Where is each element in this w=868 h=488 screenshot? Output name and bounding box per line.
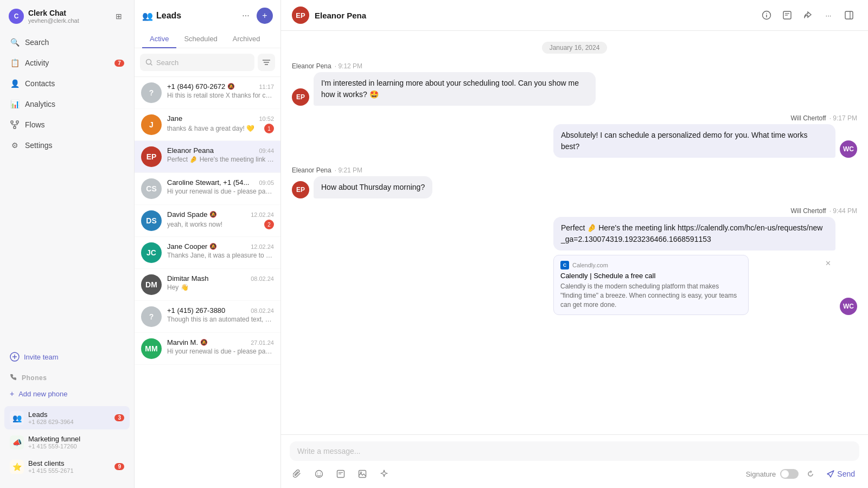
invite-team-item[interactable]: Invite team	[4, 347, 130, 367]
contact-item-c8[interactable]: ? +1 (415) 267-3880 08.02.24 Though this…	[135, 301, 280, 333]
date-divider: January 16, 2024	[292, 42, 857, 54]
add-phone-button[interactable]: + Add new phone	[4, 386, 130, 402]
contact-preview: thanks & have a great day! 💛	[167, 125, 262, 132]
message-avatar: EP	[292, 88, 309, 106]
contact-avatar: J	[141, 114, 162, 135]
add-button[interactable]: +	[257, 8, 273, 24]
app-title: Clerk Chat	[28, 9, 79, 17]
contact-info: David Spade 🔕 12.02.24 yeah, it works no…	[167, 210, 274, 229]
emoji-button[interactable]	[311, 466, 327, 481]
mute-icon: 🔕	[209, 211, 217, 218]
sidebar-item-search[interactable]: 🔍 Search	[4, 33, 130, 52]
link-preview-logo: C	[560, 261, 569, 269]
ai-button[interactable]	[376, 466, 392, 481]
contact-avatar: MM	[141, 338, 162, 359]
svg-rect-2	[14, 126, 16, 129]
list-item-marketing[interactable]: 📣 Marketing funnel +1 415 559-17260	[4, 431, 130, 454]
message-row-m4: Will Chertoff · 9:44 PM WC Perfect 🤌 Her…	[292, 207, 857, 315]
sidebar-item-flows[interactable]: Flows	[4, 115, 130, 134]
contact-item-c3[interactable]: EP Eleanor Peana 09:44 Perfect 🤌 Here's …	[135, 141, 280, 173]
svg-point-18	[766, 13, 767, 14]
leads-badge: 3	[114, 414, 124, 421]
contact-preview: Thanks Jane, it was a pleasure to speak …	[167, 252, 274, 259]
contact-time: 11:17	[259, 84, 274, 90]
contact-time: 09:44	[259, 147, 274, 154]
svg-rect-22	[845, 11, 853, 19]
more-options-button[interactable]: ···	[238, 8, 253, 23]
list-item-marketing-info: Marketing funnel +1 415 559-17260	[28, 435, 124, 450]
analytics-icon: 📊	[10, 99, 20, 109]
list-item-best-clients-info: Best clients +1 415 555-2671	[28, 459, 110, 474]
signature-label: Signature	[746, 470, 776, 478]
contact-item-c7[interactable]: DM Dimitar Mash 08.02.24 Hey 👋	[135, 269, 280, 301]
sidebar-toggle-button[interactable]	[841, 7, 857, 23]
unread-badge: 2	[264, 220, 274, 229]
link-preview-title: Calendly | Schedule a free call	[560, 272, 742, 280]
sidebar-item-activity[interactable]: 📋 Activity 7	[4, 53, 130, 73]
message-bubble: Perfect 🤌 Here's the meeting link https:…	[553, 217, 835, 251]
contact-name: David Spade 🔕	[167, 210, 217, 219]
sidebar-item-label: Analytics	[25, 100, 124, 108]
search-input[interactable]	[156, 59, 249, 67]
refresh-button[interactable]	[803, 466, 818, 481]
sidebar-item-label: Settings	[25, 141, 124, 150]
more-options-chat-button[interactable]: ···	[820, 7, 837, 23]
contact-info: +1 (844) 670-2672 🔕 11:17 Hi this is ret…	[167, 82, 274, 99]
tab-archived[interactable]: Archived	[225, 30, 268, 48]
media-button[interactable]	[355, 466, 370, 481]
send-label: Send	[837, 470, 855, 478]
list-item-leads[interactable]: 👥 Leads +1 628 629-3964 3	[4, 406, 130, 429]
attachment-button[interactable]	[290, 466, 305, 481]
contact-name: Marvin M. 🔕	[167, 338, 208, 346]
contact-avatar: DM	[141, 274, 162, 295]
filter-button[interactable]	[258, 54, 275, 71]
send-button[interactable]: Send	[822, 467, 859, 480]
template-insert-button[interactable]	[333, 466, 348, 481]
contact-avatar: CS	[141, 178, 162, 199]
contact-item-c5[interactable]: DS David Spade 🔕 12.02.24 yeah, it works…	[135, 205, 280, 237]
signature-toggle[interactable]	[780, 469, 799, 479]
message-sender: Eleanor Pena	[292, 166, 331, 174]
message-time: · 9:44 PM	[829, 207, 857, 215]
sidebar-nav: 🔍 Search 📋 Activity 7 👤 Contacts 📊 Analy…	[0, 33, 134, 346]
chat-panel: EP Eleanor Pena ··· January 16, 2024	[281, 0, 868, 488]
message-sender: Will Chertoff	[791, 114, 826, 122]
contact-item-c6[interactable]: JC Jane Cooper 🔕 12.02.24 Thanks Jane, i…	[135, 237, 280, 269]
contact-item-c4[interactable]: CS Caroline Stewart, +1 (54... 09:05 Hi …	[135, 173, 280, 205]
sidebar-item-analytics[interactable]: 📊 Analytics	[4, 94, 130, 114]
date-label: January 16, 2024	[542, 42, 608, 54]
tab-active[interactable]: Active	[142, 30, 176, 48]
contact-time: 12.02.24	[251, 243, 274, 250]
close-preview-button[interactable]: ✕	[825, 259, 831, 267]
middle-search-area	[135, 48, 280, 77]
contact-item-c1[interactable]: ? +1 (844) 670-2672 🔕 11:17 Hi this is r…	[135, 77, 280, 109]
contact-info: Jane Cooper 🔕 12.02.24 Thanks Jane, it w…	[167, 242, 274, 259]
contact-info: +1 (415) 267-3880 08.02.24 Though this i…	[167, 306, 274, 323]
app-logo-icon: C	[9, 9, 24, 24]
contact-preview: Hi this is retail store X thanks for con…	[167, 92, 274, 99]
message-sender: Will Chertoff	[791, 207, 826, 215]
contact-item-c2[interactable]: J Jane 10:52 thanks & have a great day! …	[135, 109, 280, 141]
app-subtitle: yevhen@clerk.chat	[28, 17, 79, 24]
settings-icon: ⚙	[10, 140, 20, 150]
contact-avatar: EP	[141, 146, 162, 167]
sidebar-item-settings[interactable]: ⚙ Settings	[4, 136, 130, 155]
message-input[interactable]	[297, 447, 852, 455]
mute-icon: 🔕	[209, 243, 217, 250]
svg-point-26	[320, 473, 321, 474]
message-bubble: How about Thursday morning?	[314, 176, 432, 198]
contacts-icon: 👤	[10, 79, 20, 88]
layout-icon[interactable]: ⊞	[112, 10, 125, 23]
list-item-best-clients[interactable]: ⭐ Best clients +1 415 555-2671 9	[4, 455, 130, 478]
contact-info-button[interactable]	[758, 7, 775, 23]
tab-scheduled[interactable]: Scheduled	[176, 30, 225, 48]
template-button[interactable]	[779, 7, 795, 23]
contact-info: Caroline Stewart, +1 (54... 09:05 Hi you…	[167, 178, 274, 195]
contact-time: 12.02.24	[251, 211, 274, 218]
sidebar-item-contacts[interactable]: 👤 Contacts	[4, 74, 130, 93]
forward-button[interactable]	[800, 7, 816, 23]
leads-icon: 👥	[10, 411, 24, 425]
message-avatar: EP	[292, 181, 309, 198]
contact-time: 09:05	[259, 179, 274, 186]
contact-item-c9[interactable]: MM Marvin M. 🔕 27.01.24 Hi your renewal …	[135, 333, 280, 365]
